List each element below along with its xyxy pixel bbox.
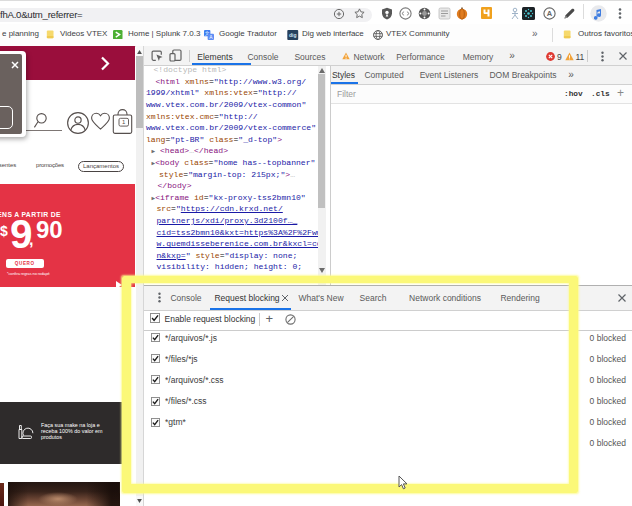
svg-text:dig: dig — [289, 32, 297, 38]
svg-text:A: A — [547, 9, 553, 18]
